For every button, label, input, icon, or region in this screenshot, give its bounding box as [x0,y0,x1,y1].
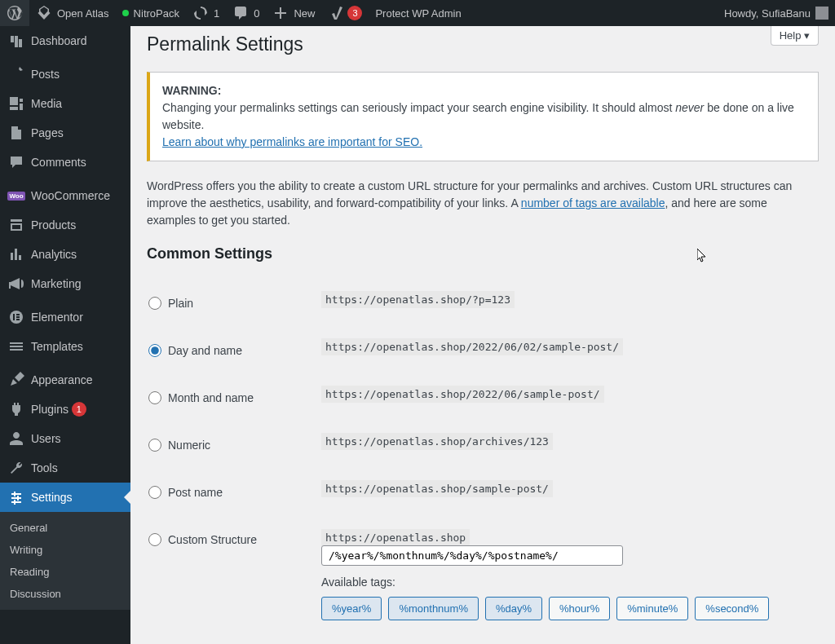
menu-plugins[interactable]: Plugins1 [0,395,130,424]
warning-notice: WARNING: Changing your permalinks settin… [147,72,819,161]
radio-custom[interactable] [148,533,161,546]
tools-icon [8,460,24,476]
option-numeric[interactable]: Numeric [148,439,303,452]
tag-hour[interactable]: %hour% [549,597,610,620]
warning-link[interactable]: Learn about why permalinks are important… [162,135,422,148]
tag-minute[interactable]: %minute% [616,597,688,620]
templates-icon [8,338,24,355]
menu-media[interactable]: Media [0,89,130,118]
sub-discussion[interactable]: Discussion [0,583,130,605]
svg-rect-1 [13,314,15,320]
yoast[interactable]: 3 [321,0,369,26]
plugins-count-badge: 1 [72,402,86,417]
updates[interactable]: 1 [186,0,226,26]
woocommerce-icon: Woo [8,187,24,204]
svg-rect-4 [16,319,20,320]
warning-label: WARNING: [162,84,221,97]
appearance-icon [8,372,24,388]
status-dot-icon [122,10,129,16]
users-icon [8,430,24,447]
radio-month[interactable] [148,391,161,404]
settings-submenu: General Writing Reading Discussion [0,512,130,610]
svg-rect-3 [16,316,20,318]
settings-icon [8,489,24,505]
posts-icon [8,66,24,82]
menu-elementor[interactable]: Elementor [0,302,130,332]
menu-pages[interactable]: Pages [0,118,130,148]
option-custom[interactable]: Custom Structure [148,533,303,546]
option-month[interactable]: Month and name [148,391,303,404]
menu-comments[interactable]: Comments [0,148,130,177]
avatar [815,7,828,20]
menu-woocommerce[interactable]: WooWooCommerce [0,181,130,210]
tag-second[interactable]: %second% [695,597,769,620]
menu-templates[interactable]: Templates [0,332,130,361]
radio-numeric[interactable] [148,439,161,452]
tag-day[interactable]: %day% [485,597,542,620]
option-plain[interactable]: Plain [148,297,303,310]
sub-writing[interactable]: Writing [0,539,130,561]
yoast-count-badge: 3 [347,6,362,20]
sub-general[interactable]: General [0,517,130,539]
comments-icon [8,154,24,170]
tag-year[interactable]: %year% [321,597,382,620]
menu-users[interactable]: Users [0,424,130,453]
analytics-icon [8,246,24,262]
comments[interactable]: 0 [226,0,266,26]
help-tab[interactable]: Help ▾ [771,26,819,46]
custom-base: https://openatlas.shop [321,529,470,546]
new-content[interactable]: New [266,0,321,26]
tags-label: Available tags: [321,576,809,589]
menu-analytics[interactable]: Analytics [0,240,130,269]
radio-day[interactable] [148,344,161,357]
my-account[interactable]: Howdy, SufiaBanu [718,0,835,26]
menu-settings[interactable]: Settings [0,483,130,512]
dashboard-icon [8,33,24,49]
site-name[interactable]: Open Atlas [29,0,116,26]
example-postname: https://openatlas.shop/sample-post/ [321,480,553,497]
common-settings-heading: Common Settings [147,245,819,262]
example-numeric: https://openatlas.shop/archives/123 [321,433,553,450]
media-icon [8,95,24,112]
intro-text: WordPress offers you the ability to crea… [147,178,819,229]
products-icon [8,217,24,233]
marketing-icon [8,276,24,292]
menu-tools[interactable]: Tools [0,453,130,483]
nitropack[interactable]: NitroPack [116,0,186,26]
plugins-icon [8,401,24,417]
example-month: https://openatlas.shop/2022/06/sample-po… [321,386,604,403]
tag-monthnum[interactable]: %monthnum% [388,597,479,620]
menu-appearance[interactable]: Appearance [0,365,130,395]
menu-dashboard[interactable]: Dashboard [0,26,130,55]
radio-plain[interactable] [148,297,161,310]
radio-postname[interactable] [148,486,161,499]
custom-structure-input[interactable] [321,545,623,566]
protect-admin[interactable]: Protect WP Admin [369,0,467,26]
option-postname[interactable]: Post name [148,486,303,499]
svg-rect-2 [16,314,20,315]
tags-link[interactable]: number of tags are available [521,196,665,210]
menu-marketing[interactable]: Marketing [0,269,130,298]
menu-posts[interactable]: Posts [0,60,130,89]
example-day: https://openatlas.shop/2022/06/02/sample… [321,338,623,355]
menu-products[interactable]: Products [0,210,130,240]
example-plain: https://openatlas.shop/?p=123 [321,291,515,308]
page-title: Permalink Settings [147,26,819,72]
pages-icon [8,125,24,141]
option-day[interactable]: Day and name [148,344,303,357]
sub-reading[interactable]: Reading [0,561,130,583]
wp-logo[interactable] [0,0,29,26]
elementor-icon [8,309,24,325]
tag-buttons: %year% %monthnum% %day% %hour% %minute% … [321,597,809,620]
